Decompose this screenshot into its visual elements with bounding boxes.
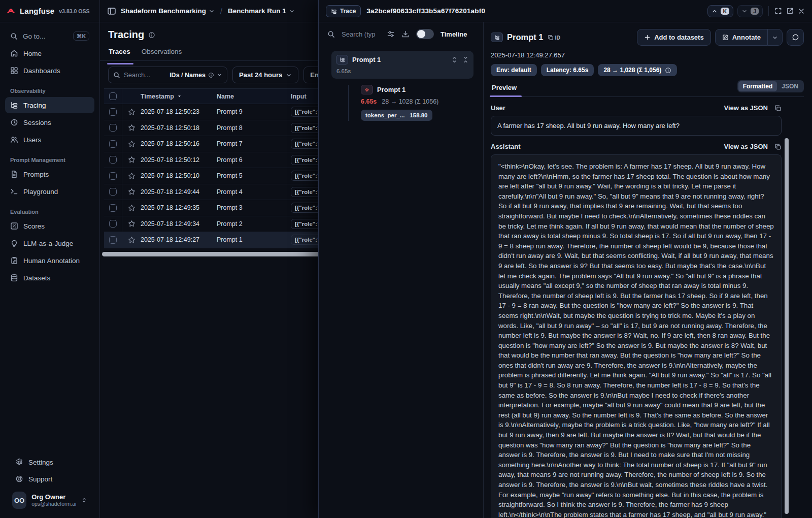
- pencil-square-icon: [722, 34, 729, 41]
- detail-tabs: Preview Formatted JSON: [491, 83, 804, 97]
- copy-icon[interactable]: [774, 105, 782, 112]
- vertical-scrollbar[interactable]: [785, 138, 789, 514]
- select-all-checkbox[interactable]: [109, 92, 117, 100]
- sidebar-item-prompts[interactable]: Prompts: [5, 166, 94, 182]
- sidebar-item-settings[interactable]: Settings: [10, 454, 89, 470]
- breadcrumb-org[interactable]: Shadeform Benchmarking: [121, 7, 215, 15]
- env-badge[interactable]: Env: default: [491, 64, 537, 76]
- user-message-content: A farmer has 17 sheep. All but 9 run awa…: [491, 116, 782, 136]
- row-checkbox[interactable]: [109, 108, 117, 116]
- comments-button[interactable]: [787, 29, 804, 46]
- tab-observations[interactable]: Observations: [142, 48, 182, 60]
- tree-node-generation[interactable]: Prompt 1 6.65s 28 → 1028 (Σ 1056) tokens…: [361, 85, 483, 121]
- info-icon: [665, 67, 671, 74]
- star-icon[interactable]: [122, 124, 141, 132]
- format-json[interactable]: JSON: [777, 81, 803, 91]
- tab-preview[interactable]: Preview: [492, 84, 517, 91]
- add-to-datasets-button[interactable]: Add to datasets: [637, 29, 711, 46]
- user-view-as-json[interactable]: View as JSON: [724, 104, 768, 112]
- column-timestamp[interactable]: Timestamp: [141, 93, 217, 100]
- assistant-section-label: Assistant: [491, 143, 521, 150]
- close-icon[interactable]: [798, 8, 805, 15]
- tab-traces[interactable]: Traces: [109, 48, 130, 60]
- star-icon[interactable]: [122, 204, 141, 212]
- goto-shortcut: ⌘K: [73, 31, 89, 41]
- row-checkbox[interactable]: [109, 156, 117, 164]
- goto-search[interactable]: Go to... ⌘K: [5, 28, 94, 44]
- tree-root-latency: 6.65s: [336, 68, 469, 74]
- sidebar-item-human-annotation[interactable]: Human Annotation: [5, 252, 94, 269]
- home-icon: [10, 49, 18, 57]
- row-checkbox[interactable]: [109, 172, 117, 180]
- database-icon: [10, 274, 18, 282]
- row-checkbox[interactable]: [109, 220, 117, 228]
- star-icon[interactable]: [122, 156, 141, 164]
- timeline-toggle[interactable]: [416, 29, 434, 39]
- search-placeholder: Search...: [124, 71, 150, 79]
- row-checkbox[interactable]: [109, 236, 117, 244]
- sidebar-item-dashboards[interactable]: Dashboards: [5, 62, 94, 79]
- annotate-button[interactable]: Annotate: [715, 29, 768, 46]
- row-name: Prompt 2: [217, 220, 291, 228]
- row-name: Prompt 7: [217, 140, 291, 147]
- search-icon[interactable]: [327, 30, 335, 38]
- grid-icon: [10, 67, 18, 75]
- sidebar-item-playground[interactable]: Playground: [5, 183, 94, 200]
- sidebar-item-datasets[interactable]: Datasets: [5, 270, 94, 286]
- sidebar-item-tracing[interactable]: Tracing: [5, 97, 94, 113]
- filter-sliders-icon[interactable]: [387, 30, 395, 38]
- sort-desc-icon: [177, 93, 182, 99]
- star-icon[interactable]: [122, 188, 141, 196]
- next-trace-button[interactable]: J: [737, 5, 763, 17]
- sidebar-item-support[interactable]: Support: [10, 471, 89, 487]
- prev-trace-button[interactable]: K: [707, 5, 734, 17]
- search-input[interactable]: Search... IDs / Names: [108, 67, 227, 83]
- tree-node-trace[interactable]: Prompt 1 6.65s: [331, 51, 473, 79]
- star-icon: [128, 188, 136, 196]
- star-icon[interactable]: [122, 172, 141, 180]
- row-timestamp: 2025-07-18 12:50:18: [141, 124, 217, 132]
- row-checkbox[interactable]: [109, 140, 117, 148]
- open-external-icon[interactable]: [786, 7, 794, 15]
- row-checkbox[interactable]: [109, 204, 117, 212]
- expand-panel-icon[interactable]: [774, 7, 782, 15]
- unfold-vertical-icon[interactable]: [451, 56, 458, 63]
- sidebar-item-users[interactable]: Users: [5, 132, 94, 148]
- time-range-dropdown[interactable]: Past 24 hours: [232, 67, 298, 83]
- breadcrumb-separator: /: [219, 7, 223, 15]
- star-icon: [128, 140, 136, 148]
- sidebar-item-scores[interactable]: Scores: [5, 218, 94, 234]
- row-checkbox[interactable]: [109, 124, 117, 132]
- account-menu[interactable]: OO Org Owner ops@shadeform.ai: [10, 488, 89, 514]
- annotate-dropdown-button[interactable]: [767, 29, 783, 46]
- star-icon[interactable]: [122, 220, 141, 228]
- sidebar: Langfuse v3.83.0 OSS Go to... ⌘K Home Da…: [0, 0, 100, 518]
- copy-icon[interactable]: [774, 143, 782, 150]
- brand: Langfuse v3.83.0 OSS: [0, 0, 99, 22]
- star-icon[interactable]: [122, 108, 141, 116]
- fold-vertical-icon[interactable]: [462, 56, 469, 63]
- format-formatted[interactable]: Formatted: [738, 81, 777, 91]
- row-name: Prompt 1: [217, 236, 291, 243]
- token-usage-badge[interactable]: 28 → 1,028 (Σ 1,056): [598, 64, 677, 76]
- sidebar-item-home[interactable]: Home: [5, 45, 94, 61]
- star-icon[interactable]: [122, 236, 141, 244]
- latency-badge[interactable]: Latency: 6.65s: [541, 64, 594, 76]
- tree-search-input[interactable]: Search (typ: [342, 30, 380, 38]
- column-name[interactable]: Name: [217, 93, 291, 100]
- row-timestamp: 2025-07-18 12:50:10: [141, 172, 217, 179]
- star-icon[interactable]: [122, 140, 141, 148]
- sidebar-item-sessions[interactable]: Sessions: [5, 114, 94, 131]
- row-timestamp: 2025-07-18 12:50:12: [141, 156, 217, 164]
- search-mode-dropdown[interactable]: IDs / Names: [170, 72, 222, 79]
- assistant-view-as-json[interactable]: View as JSON: [724, 143, 768, 150]
- copy-id-button[interactable]: ID: [548, 35, 561, 41]
- breadcrumb-project[interactable]: Benchmark Run 1: [228, 7, 295, 15]
- sidebar-toggle-icon[interactable]: [107, 7, 116, 16]
- account-name: Org Owner: [31, 493, 76, 501]
- sidebar-item-llm-as-a-judge[interactable]: LLM-as-a-Judge: [5, 235, 94, 251]
- chevron-up-icon: [712, 8, 718, 14]
- download-icon[interactable]: [401, 30, 410, 38]
- chevron-down-icon: [286, 72, 292, 78]
- row-checkbox[interactable]: [109, 188, 117, 196]
